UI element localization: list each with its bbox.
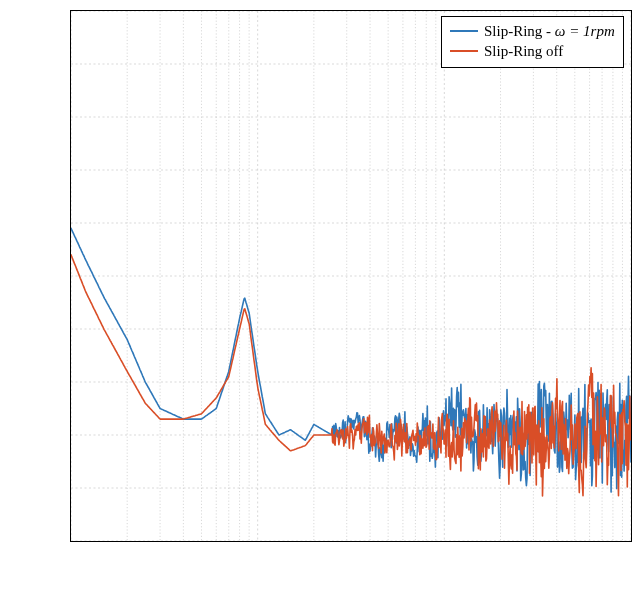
series-0	[71, 228, 631, 492]
legend-swatch-1	[450, 50, 478, 52]
legend-label-0: Slip-Ring - ω = 1rpm	[484, 21, 615, 41]
legend-item-1: Slip-Ring off	[450, 41, 615, 61]
chart-plot-area	[70, 10, 632, 542]
legend: Slip-Ring - ω = 1rpm Slip-Ring off	[441, 16, 624, 68]
series-1	[71, 255, 631, 496]
legend-swatch-0	[450, 30, 478, 32]
legend-label-1: Slip-Ring off	[484, 41, 563, 61]
chart-svg	[71, 11, 631, 541]
legend-item-0: Slip-Ring - ω = 1rpm	[450, 21, 615, 41]
